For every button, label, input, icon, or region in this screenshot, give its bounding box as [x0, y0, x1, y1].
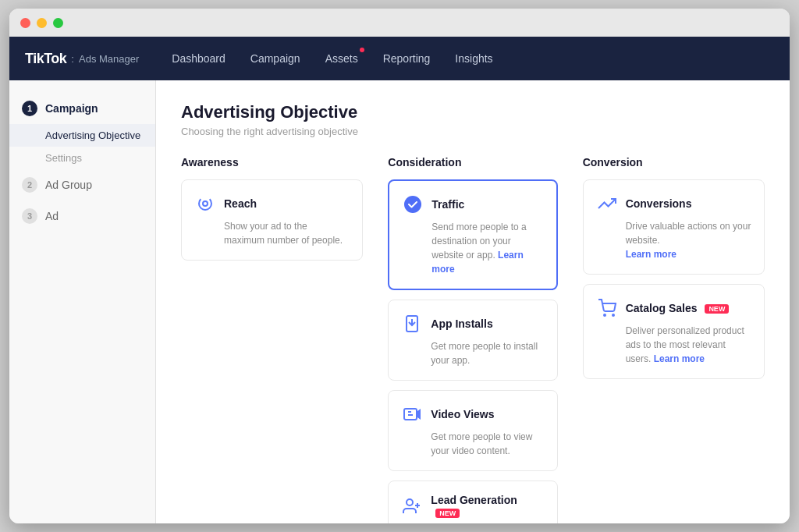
logo-sub-text: Ads Manager: [79, 53, 139, 65]
nav-campaign[interactable]: Campaign: [250, 49, 300, 68]
svg-point-0: [203, 201, 208, 206]
conversion-title: Conversion: [583, 156, 765, 168]
reach-name: Reach: [224, 197, 257, 210]
reach-card[interactable]: Reach Show your ad to the maximum number…: [181, 179, 363, 261]
svg-marker-5: [417, 410, 420, 418]
logo-tiktok: TikTok: [25, 51, 66, 67]
logo-area: TikTok : Ads Manager: [25, 51, 139, 67]
svg-point-8: [407, 499, 413, 505]
awareness-column: Awareness Reach Show yo: [181, 156, 375, 523]
page-subtitle: Choosing the right advertising objective: [181, 126, 765, 137]
step-badge-3: 3: [22, 208, 37, 224]
sidebar-step-adgroup[interactable]: 2 Ad Group: [9, 169, 155, 200]
objectives-grid: Awareness Reach Show yo: [181, 156, 765, 523]
awareness-title: Awareness: [181, 156, 363, 168]
catalog-sales-learn-more[interactable]: Learn more: [654, 353, 705, 364]
svg-point-1: [404, 196, 421, 213]
video-views-card[interactable]: Video Views Get more people to view your…: [388, 390, 557, 471]
traffic-check-icon: [402, 193, 424, 215]
title-bar: [9, 9, 790, 37]
main-content: Advertising Objective Choosing the right…: [156, 80, 790, 523]
lead-generation-new-badge: NEW: [435, 509, 460, 518]
sidebar-adgroup-label: Ad Group: [45, 179, 92, 191]
conversion-column: Conversion Conversions: [570, 156, 765, 523]
catalog-sales-icon: [596, 297, 618, 319]
step-badge-2: 2: [22, 177, 37, 193]
catalog-sales-name: Catalog Sales NEW: [626, 302, 730, 314]
conversions-card[interactable]: Conversions Drive valuable actions on yo…: [583, 179, 765, 275]
reach-desc: Show your ad to the maximum number of pe…: [194, 219, 350, 247]
app-installs-desc: Get more people to install your app.: [401, 339, 544, 367]
sidebar-sub-advertising-objective[interactable]: Advertising Objective: [9, 124, 155, 147]
consideration-column: Consideration Traffic: [375, 156, 570, 523]
conversions-header: Conversions: [596, 193, 751, 215]
sidebar-step-ad[interactable]: 3 Ad: [9, 200, 155, 232]
catalog-sales-header: Catalog Sales NEW: [596, 297, 751, 319]
reach-card-header: Reach: [194, 193, 350, 215]
catalog-sales-card[interactable]: Catalog Sales NEW Deliver personalized p…: [583, 284, 765, 379]
sidebar: 1 Campaign Advertising Objective Setting…: [9, 80, 156, 523]
svg-point-12: [613, 314, 614, 316]
lead-generation-card[interactable]: Lead Generation NEW Collect leads for yo…: [388, 481, 557, 523]
traffic-card-header: Traffic: [402, 193, 543, 215]
app-installs-header: App Installs: [401, 313, 544, 335]
conversions-icon: [596, 193, 618, 215]
traffic-card[interactable]: Traffic Send more people to a destinatio…: [388, 179, 557, 290]
app-window: TikTok : Ads Manager Dashboard Campaign …: [9, 9, 790, 523]
logo-colon: :: [71, 53, 74, 65]
catalog-sales-new-badge: NEW: [705, 304, 729, 314]
video-views-desc: Get more people to view your video conte…: [401, 430, 544, 458]
consideration-title: Consideration: [388, 156, 557, 168]
reach-icon: [194, 193, 216, 215]
nav-assets[interactable]: Assets: [325, 49, 358, 68]
sidebar-campaign-label: Campaign: [45, 102, 98, 115]
video-views-icon: [401, 403, 423, 425]
nav-dashboard[interactable]: Dashboard: [172, 49, 225, 68]
nav-insights[interactable]: Insights: [455, 49, 492, 68]
app-installs-icon: [401, 313, 423, 335]
close-button[interactable]: [20, 18, 30, 28]
traffic-desc: Send more people to a destination on you…: [402, 220, 543, 276]
sidebar-step-campaign[interactable]: 1 Campaign: [9, 93, 155, 124]
video-views-header: Video Views: [401, 403, 544, 425]
catalog-sales-desc: Deliver personalized product ads to the …: [596, 324, 751, 366]
minimize-button[interactable]: [37, 18, 47, 28]
sidebar-ad-label: Ad: [45, 210, 59, 222]
svg-point-11: [604, 314, 605, 316]
assets-dot: [360, 48, 364, 52]
conversions-desc: Drive valuable actions on your website. …: [596, 219, 751, 261]
app-installs-card[interactable]: App Installs Get more people to install …: [388, 300, 557, 381]
nav-bar: TikTok : Ads Manager Dashboard Campaign …: [9, 37, 790, 80]
nav-reporting[interactable]: Reporting: [383, 49, 431, 68]
lead-generation-name: Lead Generation NEW: [431, 494, 544, 519]
app-installs-name: App Installs: [431, 317, 492, 330]
content-area: 1 Campaign Advertising Objective Setting…: [9, 80, 790, 523]
lead-generation-header: Lead Generation NEW: [401, 494, 544, 519]
video-views-name: Video Views: [431, 408, 494, 420]
sidebar-sub-settings[interactable]: Settings: [9, 147, 155, 169]
conversions-learn-more[interactable]: Learn more: [626, 249, 676, 260]
maximize-button[interactable]: [53, 18, 63, 28]
traffic-name: Traffic: [431, 198, 464, 211]
lead-generation-icon: [401, 495, 423, 517]
conversions-name: Conversions: [626, 197, 692, 210]
step-badge-1: 1: [22, 101, 37, 116]
page-title: Advertising Objective: [181, 102, 765, 122]
